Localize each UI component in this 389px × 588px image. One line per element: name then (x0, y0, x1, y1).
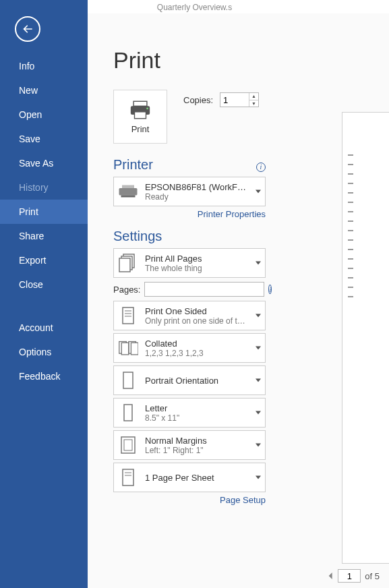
sidebar-item-label: Close (19, 279, 43, 290)
dropdown-secondary: Only print on one side of th... (145, 316, 247, 326)
print-button-label: Print (131, 124, 150, 134)
svg-rect-15 (121, 343, 129, 355)
pages-info-icon[interactable]: i (268, 285, 272, 294)
printer-status: Ready (145, 192, 247, 202)
pages-input[interactable] (144, 282, 264, 297)
paper-size-selector[interactable]: Letter 8.5" x 11" (113, 398, 266, 428)
back-button[interactable] (15, 16, 40, 42)
sidebar-item-close[interactable]: Close (0, 272, 88, 297)
dropdown-primary: Print One Sided (145, 306, 247, 316)
svg-rect-6 (121, 195, 136, 197)
sidebar-item-label: Account (19, 322, 53, 333)
printer-name: EPSONB86F81 (WorkForce 8... (145, 182, 247, 192)
printer-selector[interactable]: EPSONB86F81 (WorkForce 8... Ready (113, 177, 266, 206)
orientation-selector[interactable]: Portrait Orientation (113, 365, 266, 395)
margins-selector[interactable]: Normal Margins Left: 1" Right: 1" (113, 430, 266, 460)
svg-rect-19 (124, 405, 132, 421)
copies-spinner[interactable]: ▲ ▼ (220, 92, 259, 107)
printer-info-icon[interactable]: i (256, 163, 266, 172)
chevron-down-icon (254, 378, 262, 382)
preview-content (342, 113, 389, 297)
prev-page-icon[interactable] (328, 572, 334, 579)
pages-stack-icon (118, 253, 138, 273)
chevron-down-icon (254, 443, 262, 447)
print-button[interactable]: Print (113, 90, 167, 144)
print-scope-selector[interactable]: Print All Pages The whole thing (113, 248, 266, 278)
sidebar-item-new[interactable]: New (0, 78, 88, 102)
svg-rect-22 (123, 469, 133, 486)
sidebar-item-label: Print (19, 206, 38, 217)
sidebar-item-label: Share (19, 231, 44, 241)
dropdown-secondary: 8.5" x 11" (145, 413, 247, 423)
copies-up-button[interactable]: ▲ (249, 93, 258, 100)
printer-icon (129, 100, 152, 120)
svg-rect-21 (124, 440, 132, 450)
printer-heading: Printer (113, 157, 153, 173)
svg-rect-2 (135, 111, 146, 118)
sidebar-item-account[interactable]: Account (0, 316, 88, 340)
collation-selector[interactable]: Collated 1,2,3 1,2,3 1,2,3 (113, 333, 266, 363)
pages-label: Pages: (113, 285, 140, 295)
paper-icon (118, 403, 138, 423)
sidebar-item-save[interactable]: Save (0, 127, 88, 151)
svg-rect-17 (131, 343, 138, 355)
sidebar-item-label: Save As (19, 158, 53, 169)
dropdown-secondary: Left: 1" Right: 1" (145, 446, 247, 455)
sidebar-menu: Info New Open Save Save As History Print… (0, 54, 88, 388)
chevron-down-icon (254, 346, 262, 350)
page-total-label: of 5 (365, 571, 380, 581)
sidebar-item-save-as[interactable]: Save As (0, 151, 88, 175)
svg-rect-4 (119, 188, 138, 196)
backstage-sidebar: Info New Open Save Save As History Print… (0, 0, 88, 588)
sidebar-item-info[interactable]: Info (0, 54, 88, 78)
sidebar-item-label: Feedback (19, 371, 60, 382)
copies-label: Copies: (183, 95, 213, 105)
svg-point-3 (146, 107, 148, 109)
one-sided-icon (118, 305, 138, 326)
copies-down-button[interactable]: ▼ (249, 100, 258, 107)
dropdown-primary: Letter (145, 403, 247, 413)
back-arrow-icon (21, 22, 34, 36)
printer-device-icon (118, 181, 138, 202)
dropdown-primary: Portrait Orientation (145, 376, 247, 386)
print-preview (342, 112, 389, 564)
sidebar-item-feedback[interactable]: Feedback (0, 364, 88, 388)
page-navigator: of 5 (328, 569, 380, 583)
sidebar-item-share[interactable]: Share (0, 224, 88, 248)
svg-rect-18 (123, 372, 133, 388)
sidebar-item-label: Open (19, 109, 42, 120)
copies-spinner-buttons: ▲ ▼ (249, 93, 258, 107)
sidebar-item-label: Info (19, 61, 34, 71)
sidebar-item-open[interactable]: Open (0, 102, 88, 127)
copies-input[interactable] (220, 93, 249, 107)
settings-heading: Settings (113, 229, 162, 244)
sidebar-item-export[interactable]: Export (0, 248, 88, 272)
sidebar-item-history[interactable]: History (0, 175, 88, 200)
svg-rect-9 (119, 258, 130, 272)
page-title: Print (113, 47, 389, 74)
sidebar-item-label: New (19, 85, 38, 96)
one-per-sheet-icon (118, 467, 138, 488)
svg-rect-10 (123, 307, 133, 324)
dropdown-secondary: The whole thing (145, 264, 247, 273)
portrait-icon (118, 370, 138, 390)
pages-per-sheet-selector[interactable]: 1 Page Per Sheet (113, 463, 266, 492)
dropdown-primary: Normal Margins (145, 436, 247, 446)
current-page-input[interactable] (338, 569, 361, 583)
printer-properties-link[interactable]: Printer Properties (198, 209, 266, 219)
sidebar-item-label: Save (19, 134, 40, 144)
dropdown-primary: 1 Page Per Sheet (145, 473, 247, 483)
sides-selector[interactable]: Print One Sided Only print on one side o… (113, 301, 266, 330)
copies-group: Copies: ▲ ▼ (183, 92, 259, 107)
dropdown-primary: Print All Pages (145, 254, 247, 264)
svg-rect-5 (122, 185, 134, 188)
sidebar-item-label: Options (19, 347, 51, 357)
document-title: Quarterly Overview.s (157, 3, 232, 12)
sidebar-item-options[interactable]: Options (0, 340, 88, 364)
chevron-down-icon (254, 475, 262, 479)
sidebar-item-print[interactable]: Print (0, 200, 88, 224)
print-backstage: Print Print Copies: ▲ ▼ Printer i (88, 13, 389, 588)
chevron-down-icon (254, 411, 262, 415)
dropdown-primary: Collated (145, 339, 247, 349)
page-setup-link[interactable]: Page Setup (220, 495, 266, 505)
